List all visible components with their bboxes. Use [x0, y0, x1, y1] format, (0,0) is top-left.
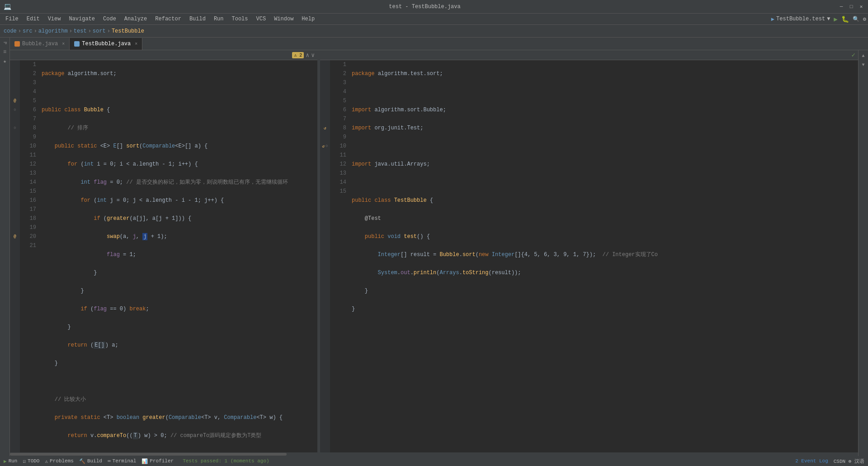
right-scrollbar[interactable] — [320, 452, 858, 456]
breadcrumb-algorithm[interactable]: algorithm — [38, 28, 68, 34]
bottom-tabs-todo[interactable]: ☑ TODO — [23, 458, 39, 464]
editor-chevron-down[interactable]: ∨ — [311, 52, 315, 59]
right-code-content[interactable]: package algorithm.test.sort; import algo… — [348, 60, 858, 452]
run-config-selector[interactable]: ▶ TestBubble.test ▼ — [771, 16, 830, 23]
maximize-button[interactable]: □ — [848, 4, 854, 10]
bottom-tabs-profiler[interactable]: 📊 Profiler — [142, 458, 174, 464]
settings-icon[interactable]: ⚙ — [863, 16, 866, 23]
menu-tools[interactable]: Tools — [228, 15, 252, 23]
right-code-area[interactable]: ↺ ↺ ○ 1 2 — [320, 60, 858, 452]
breadcrumb-code[interactable]: code — [4, 28, 17, 34]
status-message: Tests passed: 1 (moments ago) — [174, 458, 795, 464]
left-editor-panel: ⚠ 2 ∧ ∨ @ ○ ○ — [10, 50, 317, 456]
menu-analyze[interactable]: Analyze — [121, 15, 151, 23]
testbubble-java-icon — [74, 41, 80, 47]
close-button[interactable]: ✕ — [858, 4, 864, 10]
title-bar-left: 💻 — [4, 3, 11, 10]
menu-view[interactable]: View — [44, 15, 65, 23]
tab-testbubble-label: TestBubble.java — [82, 41, 131, 47]
menu-navigate[interactable]: Navigate — [65, 15, 99, 23]
structure-icon[interactable]: ≡ — [1, 48, 9, 56]
bottom-tabs-problems[interactable]: ⚠ Problems — [45, 458, 73, 464]
status-bar: ▶ Run ☑ TODO ⚠ Problems 🔨 Build ⌨ Termin… — [0, 456, 868, 466]
menu-file[interactable]: File — [2, 15, 22, 23]
left-sidebar: P ≡ ★ — [0, 38, 10, 456]
title-bar-controls: ─ □ ✕ — [838, 4, 864, 10]
test-pass-indicator: ✓ — [852, 51, 855, 59]
title-bar: 💻 test - TestBubble.java ─ □ ✕ — [0, 0, 868, 14]
favorites-icon[interactable]: ★ — [1, 57, 9, 65]
menu-refactor[interactable]: Refactor — [151, 15, 185, 23]
breadcrumb-src[interactable]: src — [23, 28, 33, 34]
csdn-link[interactable]: CSDN ⊕ 汉语 — [834, 458, 864, 465]
tab-bubble-label: Bubble.java — [22, 41, 58, 47]
right-sidebar: ▲ ▼ — [858, 50, 868, 456]
right-editor-panel: ✓ ↺ ↺ ○ — [320, 50, 858, 456]
bottom-tabs-terminal[interactable]: ⌨ Terminal — [108, 458, 136, 464]
project-icon[interactable]: P — [1, 39, 9, 47]
bubble-java-icon — [14, 41, 20, 47]
left-code-area[interactable]: @ ○ ○ @ — [10, 60, 317, 452]
editor-area: Bubble.java × TestBubble.java × ⚠ 2 ∧ ∨ — [10, 38, 868, 456]
left-scrollbar[interactable] — [10, 452, 317, 456]
bottom-tabs-run[interactable]: ▶ Run — [4, 458, 17, 464]
tab-bubble-close[interactable]: × — [62, 42, 65, 47]
main-layout: P ≡ ★ Bubble.java × TestBubble.java × ⚠ … — [0, 38, 868, 456]
app-icon: 💻 — [4, 3, 11, 10]
menu-build[interactable]: Build — [186, 15, 209, 23]
menu-run[interactable]: Run — [210, 15, 227, 23]
title-bar-title: test - TestBubble.java — [389, 4, 460, 10]
warning-badge: ⚠ 2 — [292, 52, 304, 58]
minimize-button[interactable]: ─ — [838, 4, 844, 10]
breadcrumb-current: TestBubble — [112, 28, 144, 34]
left-code-content[interactable]: package algorithm.sort; public class Bub… — [38, 60, 317, 452]
breadcrumb-sort[interactable]: sort — [93, 28, 106, 34]
right-line-numbers: 1 2 3 4 5 6 7 8 9 10 11 12 13 14 — [330, 60, 348, 452]
status-right: 2 Event Log CSDN ⊕ 汉语 — [795, 458, 864, 465]
menu-code[interactable]: Code — [99, 15, 120, 23]
left-line-numbers: 1 2 3 4 5 6 7 8 9 10 11 12 13 14 — [20, 60, 38, 452]
tab-bubble-java[interactable]: Bubble.java × — [10, 38, 70, 50]
breadcrumb-test[interactable]: test — [74, 28, 87, 34]
menu-edit[interactable]: Edit — [23, 15, 43, 23]
editor-chevron-up[interactable]: ∧ — [306, 52, 309, 59]
right-sidebar-icon2[interactable]: ▼ — [860, 61, 867, 68]
tab-testbubble-java[interactable]: TestBubble.java × — [70, 38, 142, 50]
menu-help[interactable]: Help — [298, 15, 318, 23]
menu-window[interactable]: Window — [270, 15, 297, 23]
run-button[interactable]: ▶ — [834, 15, 837, 23]
search-everywhere[interactable]: 🔍 — [853, 16, 859, 23]
breadcrumb-bar: code › src › algorithm › test › sort › T… — [0, 25, 868, 38]
event-log-link[interactable]: 2 Event Log — [795, 458, 828, 464]
right-sidebar-icon1[interactable]: ▲ — [860, 52, 867, 59]
left-editor-header: ⚠ 2 ∧ ∨ — [10, 50, 317, 60]
tab-testbubble-close[interactable]: × — [135, 42, 137, 47]
bottom-tabs-build[interactable]: 🔨 Build — [79, 458, 102, 464]
right-gutter: ↺ ↺ ○ — [320, 60, 330, 452]
status-left: ▶ Run ☑ TODO ⚠ Problems 🔨 Build ⌨ Termin… — [4, 458, 174, 464]
left-gutter: @ ○ ○ @ — [10, 60, 20, 452]
debug-button[interactable]: 🐛 — [841, 15, 849, 23]
tabs-bar: Bubble.java × TestBubble.java × — [10, 38, 868, 50]
editors-container: ⚠ 2 ∧ ∨ @ ○ ○ — [10, 50, 868, 456]
menu-vcs[interactable]: VCS — [253, 15, 270, 23]
menu-bar: File Edit View Navigate Code Analyze Ref… — [0, 14, 868, 25]
